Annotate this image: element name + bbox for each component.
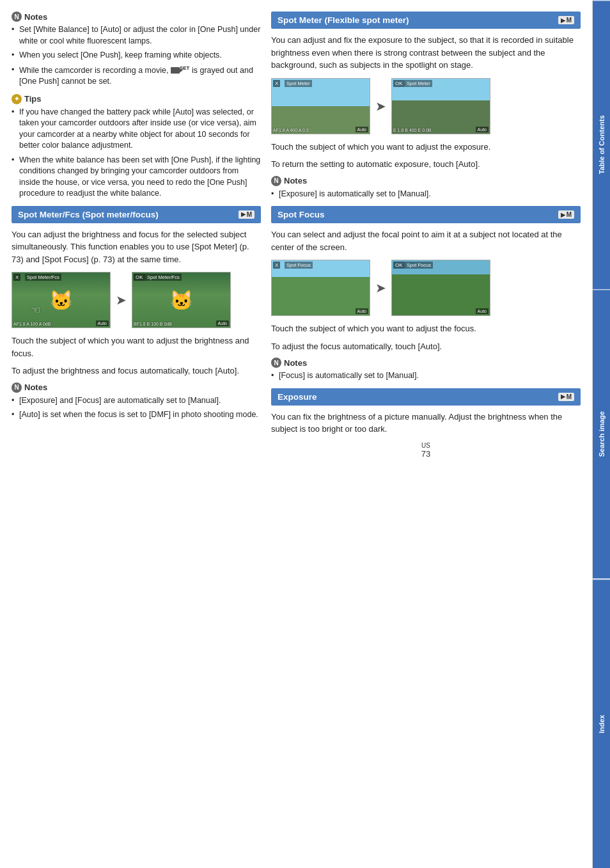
spot-meter-fcs-note-2: [Auto] is set when the focus is set to [… — [12, 409, 261, 421]
spot-meter-notes-title: N Notes — [271, 176, 581, 186]
img-label-6: Spot Focus — [405, 262, 433, 269]
img-label-2: Spot Meter/Fcs — [145, 274, 182, 281]
notes-label-3: Notes — [284, 176, 307, 185]
tm-label-1: M — [247, 211, 252, 218]
sidebar-tab-toc[interactable]: Table of Contents — [593, 0, 610, 289]
tips-list: If you have changed the battery pack whi… — [12, 107, 261, 200]
img-label-4: Spot Meter — [405, 80, 432, 87]
tips-label: Tips — [24, 94, 42, 104]
exposure-tm: ▶ M — [558, 393, 574, 401]
spot-focus-note-1: [Focus] is automatically set to [Manual]… — [271, 370, 581, 382]
tm-icon-3: ▶ — [561, 212, 565, 218]
spot-meter-fcs-note-1: [Exposure] and [Focus] are automatically… — [12, 395, 261, 407]
exposure-title: Exposure — [278, 392, 317, 402]
img-auto-1: Auto — [96, 320, 109, 326]
spot-meter-auto: To return the setting to automatic expos… — [271, 158, 581, 171]
img-settings-3: AF1.8 A 400 A 0.3 — [273, 128, 309, 132]
tips-section: ✦ Tips If you have changed the battery p… — [12, 94, 261, 200]
img-auto-2: Auto — [216, 320, 229, 326]
spot-focus-notes-list: [Focus] is automatically set to [Manual]… — [271, 370, 581, 382]
arrow-icon-2: ➤ — [375, 99, 386, 114]
spot-focus-section: Spot Focus ▶ M You can select and adjust… — [271, 206, 581, 382]
spot-meter-title: Spot Meter (Flexible spot meter) — [278, 15, 409, 25]
img-x-2: X — [273, 80, 280, 87]
img-auto-4: Auto — [476, 127, 489, 132]
spot-meter-fcs-img-right: OK Spot Meter/Fcs BF1.8 B 100 B 0dB Auto — [132, 272, 231, 328]
tm-icon-1: ▶ — [241, 211, 246, 217]
spot-meter-fcs-auto: To adjust the brightness and focus autom… — [12, 365, 261, 377]
sidebar-search-label: Search image — [598, 411, 606, 457]
page-container: N Notes Set [White Balance] to [Auto] or… — [0, 0, 610, 868]
spot-meter-fcs-notes: N Notes [Exposure] and [Focus] are autom… — [12, 383, 261, 421]
tips-title: ✦ Tips — [12, 94, 261, 104]
notes-item-2: When you select [One Push], keep framing… — [12, 50, 261, 61]
spot-meter-body: You can adjust and fix the exposure to t… — [271, 34, 581, 72]
spot-focus-header: Spot Focus ▶ M — [271, 206, 581, 223]
notes-icon-3: N — [271, 176, 281, 186]
spot-focus-images: X Spot Focus Auto ➤ OK Spot Focus Auto — [271, 260, 581, 316]
spot-focus-notes: N Notes [Focus] is automatically set to … — [271, 358, 581, 382]
movie-icon — [171, 67, 180, 74]
arrow-icon-3: ➤ — [375, 280, 386, 296]
tips-item-2: When the white balance has been set with… — [12, 155, 261, 200]
notes-item-3: While the camcorder is recording a movie… — [12, 65, 261, 88]
hand-cursor-icon: ☜ — [31, 304, 40, 316]
spot-meter-fcs-body: You can adjust the brightness and focus … — [12, 228, 261, 266]
tm-icon-2: ▶ — [561, 17, 565, 24]
page-number: US 73 — [271, 442, 581, 465]
notes-label-top: Notes — [24, 12, 47, 22]
img-x-3: X — [273, 262, 280, 269]
spot-meter-fcs-notes-list: [Exposure] and [Focus] are automatically… — [12, 395, 261, 421]
sidebar-toc-label: Table of Contents — [598, 116, 606, 175]
main-content: N Notes Set [White Balance] to [Auto] or… — [0, 0, 592, 868]
img-label-1: Spot Meter/Fcs — [25, 274, 61, 281]
spot-focus-notes-title: N Notes — [271, 358, 581, 368]
left-column: N Notes Set [White Balance] to [Auto] or… — [12, 12, 261, 856]
spot-meter-section: Spot Meter (Flexible spot meter) ▶ M You… — [271, 12, 581, 200]
notes-label-2: Notes — [24, 383, 47, 392]
exposure-body: You can fix the brightness of a picture … — [271, 411, 581, 436]
img-auto-6: Auto — [476, 308, 489, 314]
us-label: US — [271, 442, 581, 449]
img-ok-3: OK — [393, 262, 405, 269]
notes-item-1: Set [White Balance] to [Auto] or adjust … — [12, 24, 261, 47]
spot-meter-images: X Spot Meter AF1.8 A 400 A 0.3 Auto ➤ OK… — [271, 78, 581, 134]
spot-focus-title: Spot Focus — [278, 210, 325, 219]
sidebar-tab-index[interactable]: Index — [593, 579, 610, 868]
img-settings-4: E 1.8 B 400 E 0.0B — [393, 128, 432, 132]
tips-icon: ✦ — [12, 94, 22, 104]
spot-focus-touch: Touch the subject of which you want to a… — [271, 322, 581, 335]
img-settings-1: AF1.8 A 100 A 0dB — [13, 322, 51, 326]
spot-meter-fcs-header: Spot Meter/Fcs (Spot meter/focus) ▶ M — [12, 206, 261, 223]
img-label-3: Spot Meter — [285, 80, 312, 87]
spot-meter-fcs-touch: Touch the subject of which you want to a… — [12, 335, 261, 359]
spot-meter-img-right: OK Spot Meter E 1.8 B 400 E 0.0B Auto — [391, 78, 490, 134]
img-auto-5: Auto — [356, 308, 368, 314]
img-label-5: Spot Focus — [285, 262, 313, 269]
spot-focus-auto: To adjust the focus automatically, touch… — [271, 340, 581, 353]
notes-icon-top: N — [12, 12, 22, 22]
sidebar-tab-search[interactable]: Search image — [593, 289, 610, 578]
notes-icon-4: N — [271, 358, 281, 368]
arrow-icon-1: ➤ — [116, 292, 127, 308]
img-ok-2: OK — [393, 80, 405, 87]
spot-meter-fcs-img-left: X Spot Meter/Fcs ☜ AF1.8 A 100 A 0dB Aut… — [12, 272, 111, 328]
img-settings-2: BF1.8 B 100 B 0dB — [134, 322, 172, 326]
spot-meter-note-1: [Exposure] is automatically set to [Manu… — [271, 189, 581, 200]
spot-meter-notes-list: [Exposure] is automatically set to [Manu… — [271, 189, 581, 200]
spot-meter-header: Spot Meter (Flexible spot meter) ▶ M — [271, 12, 581, 29]
spot-meter-fcs-notes-title: N Notes — [12, 383, 261, 393]
notes-section-top: N Notes Set [White Balance] to [Auto] or… — [12, 12, 261, 88]
spot-meter-fcs-images: X Spot Meter/Fcs ☜ AF1.8 A 100 A 0dB Aut… — [12, 272, 261, 328]
spot-focus-body: You can select and adjust the focal poin… — [271, 228, 581, 253]
page-num: 73 — [421, 449, 430, 459]
spot-meter-fcs-title: Spot Meter/Fcs (Spot meter/focus) — [18, 210, 159, 219]
img-ok-1: OK — [134, 274, 145, 281]
spot-focus-img-right: OK Spot Focus Auto — [391, 260, 490, 316]
sidebar-index-label: Index — [598, 714, 606, 733]
spot-meter-tm: ▶ M — [558, 16, 574, 24]
spot-focus-img-left: X Spot Focus Auto — [271, 260, 370, 316]
notes-list-top: Set [White Balance] to [Auto] or adjust … — [12, 24, 261, 88]
notes-icon-2: N — [12, 383, 22, 393]
right-column: Spot Meter (Flexible spot meter) ▶ M You… — [271, 12, 581, 856]
